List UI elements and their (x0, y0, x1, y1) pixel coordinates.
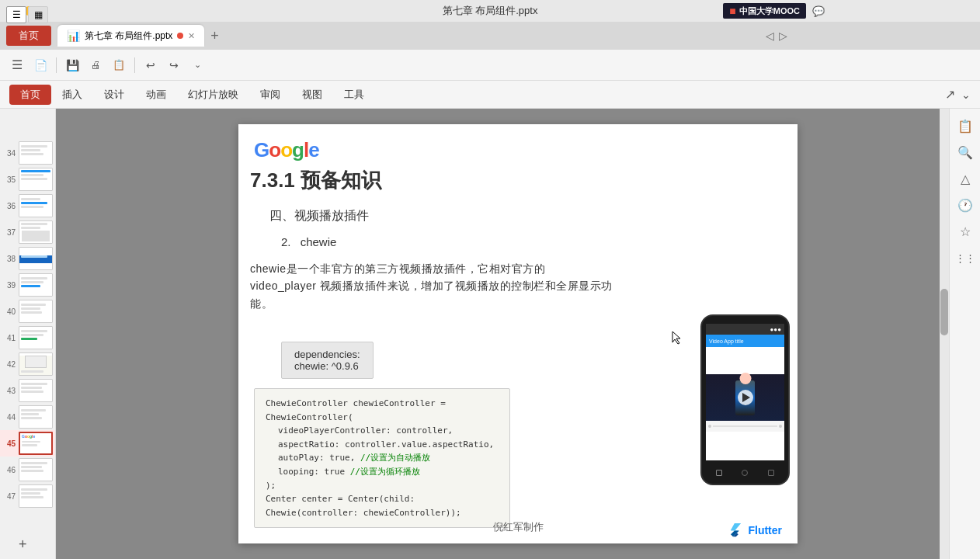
slide-panel: ☰ ▦ 34 35 (0, 109, 56, 559)
phone-white-area (706, 347, 784, 374)
phone-bottom-white (706, 432, 784, 447)
toolbar: ☰ 📄 💾 🖨 📋 ↩ ↪ ⌄ (0, 50, 980, 81)
menu-item-slideshow[interactable]: 幻灯片放映 (177, 85, 249, 105)
share-icon[interactable]: ↗ (945, 87, 955, 102)
tab-close-icon[interactable]: ✕ (188, 31, 195, 41)
dep-value: chewie: ^0.9.6 (294, 360, 360, 372)
slide-thumb-37[interactable]: 37 (0, 219, 55, 245)
nav-back-icon[interactable]: ◁ (766, 30, 774, 42)
bullet2-prefix: 2. (281, 235, 291, 248)
ctrl-progress-line (713, 425, 777, 427)
menu-bar: 首页 插入 设计 动画 幻灯片放映 审阅 视图 工具 ↗ ⌄ (0, 81, 980, 109)
print-icon[interactable]: 🖨 (85, 54, 106, 76)
mouse-cursor (669, 330, 685, 349)
add-tab-button[interactable]: + (210, 29, 219, 43)
ctrl-dot-2 (779, 425, 782, 428)
right-icon-settings[interactable]: ⋮⋮ (954, 247, 976, 269)
google-g: G (254, 138, 269, 161)
slide-preview-34 (19, 141, 53, 165)
right-icon-shape[interactable]: △ (954, 168, 976, 189)
phone-nav-bar (706, 465, 784, 481)
menu-item-home[interactable]: 首页 (9, 85, 51, 105)
slide-preview-37 (19, 220, 53, 244)
menu-item-tools[interactable]: 工具 (333, 85, 375, 105)
slide-preview-44 (19, 405, 53, 429)
phone-body: ●●● Video App title (700, 314, 790, 485)
slide-thumb-38[interactable]: 38 (0, 245, 55, 272)
phone-video (706, 374, 784, 421)
cursor-icon (669, 330, 685, 345)
menu-item-animation[interactable]: 动画 (135, 85, 177, 105)
slide-thumb-40[interactable]: 40 (0, 298, 55, 325)
menu-right: ↗ ⌄ (945, 87, 971, 102)
slide-canvas[interactable]: Google 7.3.1 预备知识 四、视频播放插件 2. chewie che… (238, 124, 798, 543)
undo-icon[interactable]: ↩ (140, 54, 162, 76)
slide-thumb-43[interactable]: 43 (0, 377, 55, 404)
code-line-6: ); (266, 479, 499, 493)
slide-preview-43 (19, 379, 53, 402)
code-line-3: aspectRatio: controller.value.aspectRati… (266, 438, 499, 452)
copy-icon[interactable]: 📋 (108, 54, 130, 76)
slide-num-44: 44 (3, 413, 16, 422)
add-slide-button[interactable]: + (19, 536, 27, 553)
file-tab[interactable]: 📊 第七章 布局组件.pptx ✕ (57, 25, 204, 47)
menu-item-insert[interactable]: 插入 (51, 85, 93, 105)
tab-modified-dot (177, 33, 183, 39)
slide-num-43: 43 (3, 387, 16, 395)
main-area: ☰ ▦ 34 35 (0, 109, 980, 559)
nav-forward-icon[interactable]: ▷ (779, 30, 787, 42)
slide-thumb-45[interactable]: 45 G o o g l e (0, 430, 55, 457)
title-bar: 第七章 布局组件.pptx ■ 中国大学MOOC 💬 (0, 0, 980, 22)
phone-status: ●●● (770, 326, 782, 333)
bullet-1: 四、视频播放插件 (269, 208, 369, 224)
comment-1: //设置为自动播放 (360, 453, 430, 463)
google-o2: o (280, 138, 292, 161)
right-icon-clipboard[interactable]: 📋 (954, 115, 976, 137)
slide-thumb-42[interactable]: 42 (0, 351, 55, 377)
save-icon[interactable]: 💾 (61, 54, 83, 76)
phone-app-title: Video App title (709, 339, 744, 344)
slide-thumb-34[interactable]: 34 (0, 140, 55, 166)
slide-num-42: 42 (3, 360, 16, 369)
ctrl-dot-1 (708, 425, 711, 428)
slide-list: 34 35 (0, 140, 55, 509)
slide-thumb-47[interactable]: 47 (0, 483, 55, 509)
slide-thumb-39[interactable]: 39 (0, 272, 55, 298)
expand-icon[interactable]: ⌄ (961, 89, 971, 101)
file-icon[interactable]: 📄 (30, 54, 51, 76)
slide-thumb-35[interactable]: 35 (0, 166, 55, 193)
slide-thumb-46[interactable]: 46 (0, 457, 55, 483)
slide-num-47: 47 (3, 492, 16, 501)
slide-thumb-36[interactable]: 36 (0, 193, 55, 219)
tab-bar: 首页 📊 第七章 布局组件.pptx ✕ + ◁ ▷ (0, 22, 980, 50)
slide-preview-36 (19, 194, 53, 217)
slide-thumb-44[interactable]: 44 (0, 404, 55, 430)
google-e: e (308, 138, 318, 161)
person-head (739, 373, 751, 384)
slide-preview-47 (19, 484, 53, 508)
code-line-7: Center center = Center(child: Chewie(con… (266, 492, 499, 519)
right-icon-search[interactable]: 🔍 (954, 141, 976, 163)
code-line-5: looping: true //设置为循环播放 (266, 465, 499, 479)
menu-item-view[interactable]: 视图 (291, 85, 333, 105)
menu-item-design[interactable]: 设计 (93, 85, 135, 105)
redo-icon[interactable]: ↪ (163, 54, 185, 76)
play-button[interactable] (738, 390, 753, 405)
bullet-2: 2. chewie (281, 235, 336, 248)
slide-preview-46 (19, 458, 53, 481)
phone-ctrl-bar (706, 421, 784, 432)
slide-preview-45: G o o g l e (19, 432, 53, 455)
menu-icon[interactable]: ☰ (6, 54, 28, 76)
home-tab[interactable]: 首页 (6, 26, 51, 46)
slide-num-46: 46 (3, 466, 16, 474)
right-icon-star[interactable]: ☆ (954, 220, 976, 242)
dep-label: dependencies: (294, 349, 360, 360)
mooc-text: 中国大学MOOC (739, 5, 800, 17)
more-toolbar-icon[interactable]: ⌄ (186, 54, 208, 76)
slide-thumb-41[interactable]: 41 (0, 325, 55, 351)
right-icon-clock[interactable]: 🕐 (954, 194, 976, 216)
scroll-thumb[interactable] (940, 289, 948, 335)
menu-item-review[interactable]: 审阅 (249, 85, 291, 105)
slide-area: Google 7.3.1 预备知识 四、视频播放插件 2. chewie che… (56, 109, 980, 559)
slide-scrollbar[interactable] (940, 109, 949, 559)
